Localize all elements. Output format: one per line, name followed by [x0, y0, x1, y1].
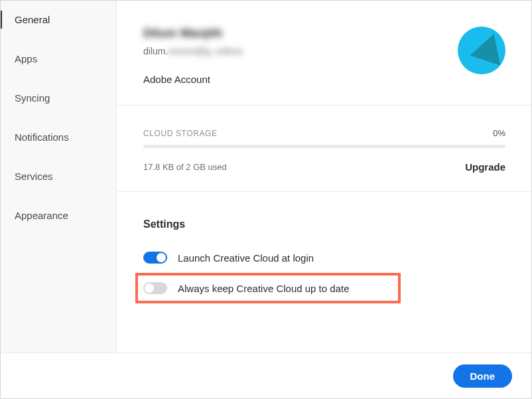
- account-info: Dilum Wanjith dilum.xxxxxx@g..xxllxxx Ad…: [143, 27, 243, 85]
- sidebar-item-general[interactable]: General: [0, 0, 116, 39]
- sidebar-item-appearance[interactable]: Appearance: [0, 196, 116, 235]
- sidebar-item-syncing[interactable]: Syncing: [0, 78, 116, 118]
- label-auto-update: Always keep Creative Cloud up to date: [178, 283, 349, 294]
- account-name: Dilum Wanjith: [143, 27, 243, 40]
- storage-label: CLOUD STORAGE: [143, 129, 218, 138]
- storage-progress-bar: [143, 145, 505, 148]
- storage-used-text: 17.8 KB of 2 GB used: [143, 162, 227, 172]
- footer: Done: [0, 353, 532, 398]
- main-content: Dilum Wanjith dilum.xxxxxx@g..xxllxxx Ad…: [117, 0, 532, 353]
- storage-section: CLOUD STORAGE 0% 17.8 KB of 2 GB used Up…: [117, 106, 532, 192]
- adobe-account-link[interactable]: Adobe Account: [143, 74, 243, 85]
- label-launch-at-login: Launch Creative Cloud at login: [178, 252, 314, 264]
- settings-title: Settings: [143, 218, 505, 230]
- account-section: Dilum Wanjith dilum.xxxxxx@g..xxllxxx Ad…: [117, 0, 532, 106]
- upgrade-link[interactable]: Upgrade: [465, 161, 505, 173]
- toggle-launch-at-login[interactable]: [143, 252, 167, 264]
- storage-percent: 0%: [493, 128, 505, 138]
- toggle-auto-update[interactable]: [143, 282, 167, 294]
- sidebar-item-apps[interactable]: Apps: [0, 39, 116, 78]
- sidebar: General Apps Syncing Notifications Servi…: [0, 0, 117, 353]
- sidebar-item-notifications[interactable]: Notifications: [0, 118, 116, 157]
- avatar: [458, 27, 505, 74]
- setting-launch-at-login: Launch Creative Cloud at login: [143, 246, 505, 269]
- account-email: dilum.xxxxxx@g..xxllxxx: [143, 46, 243, 56]
- done-button[interactable]: Done: [453, 364, 513, 388]
- sidebar-item-services[interactable]: Services: [0, 157, 116, 196]
- setting-auto-update-highlighted: Always keep Creative Cloud up to date: [135, 273, 401, 303]
- settings-section: Settings Launch Creative Cloud at login …: [117, 192, 532, 323]
